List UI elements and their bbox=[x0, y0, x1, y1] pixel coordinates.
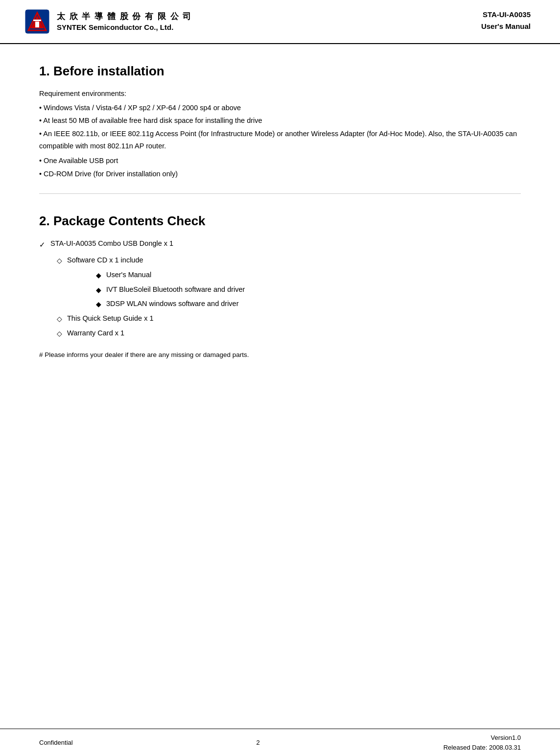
footer: Confidential 2 Version1.0 Released Date:… bbox=[0, 729, 560, 756]
check-item-1: ✓ STA-UI-A0035 Combo USB Dongle x 1 bbox=[39, 237, 521, 251]
bullet-diamond-item-3-text: 3DSP WLAN windows software and driver bbox=[106, 298, 239, 310]
header: 太 欣 半 導 體 股 份 有 限 公 司 SYNTEK Semiconduct… bbox=[0, 0, 560, 44]
footer-version-line2: Released Date: 2008.03.31 bbox=[443, 743, 521, 753]
bullet-diamond-list: ◆ User's Manual ◆ IVT BlueSoleil Bluetoo… bbox=[96, 269, 521, 310]
black-diamond-icon-3: ◆ bbox=[96, 299, 101, 310]
diamond-icon-1: ◇ bbox=[57, 255, 62, 267]
bullet-5: • CD-ROM Drive (for Driver installation … bbox=[39, 168, 521, 180]
bullet-diamond-item-2-text: IVT BlueSoleil Bluetooth software and dr… bbox=[106, 284, 245, 296]
requirement-label: Requirement environments: bbox=[39, 88, 521, 100]
bullet-diamond-item-3: ◆ 3DSP WLAN windows software and driver bbox=[96, 298, 521, 310]
logo-section: 太 欣 半 導 體 股 份 有 限 公 司 SYNTEK Semiconduct… bbox=[24, 9, 192, 34]
section2-heading: 2. Package Contents Check bbox=[39, 213, 521, 229]
check-list: ✓ STA-UI-A0035 Combo USB Dongle x 1 ◇ So… bbox=[39, 237, 521, 339]
company-name-en: SYNTEK Semiconductor Co., Ltd. bbox=[57, 22, 192, 32]
company-text: 太 欣 半 導 體 股 份 有 限 公 司 SYNTEK Semiconduct… bbox=[57, 11, 192, 33]
bullet-2: • At least 50 MB of available free hard … bbox=[39, 115, 521, 127]
product-id: STA-UI-A0035 bbox=[481, 9, 531, 21]
svg-rect-3 bbox=[33, 20, 41, 21]
diamond-item-3-text: Warranty Card x 1 bbox=[67, 327, 124, 339]
svg-rect-4 bbox=[35, 22, 39, 27]
diamond-icon-2: ◇ bbox=[57, 313, 62, 325]
diamond-item-2-text: This Quick Setup Guide x 1 bbox=[67, 312, 154, 325]
bullet-diamond-item-1-text: User's Manual bbox=[106, 269, 151, 281]
black-diamond-icon-2: ◆ bbox=[96, 284, 101, 296]
bullet-4: • One Available USB port bbox=[39, 155, 521, 167]
diamond-item-2: ◇ This Quick Setup Guide x 1 bbox=[57, 312, 521, 325]
bullet-diamond-item-1: ◆ User's Manual bbox=[96, 269, 521, 282]
diamond-list: ◇ Software CD x 1 include ◆ User's Manua… bbox=[57, 254, 521, 340]
company-name-zh: 太 欣 半 導 體 股 份 有 限 公 司 bbox=[57, 11, 192, 23]
check-item-1-text: STA-UI-A0035 Combo USB Dongle x 1 bbox=[50, 237, 173, 250]
bullet-1: • Windows Vista / Vista-64 / XP sp2 / XP… bbox=[39, 102, 521, 114]
main-content: 1. Before installation Requirement envir… bbox=[0, 44, 560, 399]
header-right: STA-UI-A0035 User's Manual bbox=[481, 9, 531, 32]
footer-version-line1: Version1.0 bbox=[443, 733, 521, 743]
diamond-icon-3: ◇ bbox=[57, 328, 62, 340]
check-icon-1: ✓ bbox=[39, 238, 46, 251]
bullet-diamond-item-2: ◆ IVT BlueSoleil Bluetooth software and … bbox=[96, 284, 521, 296]
company-logo bbox=[24, 9, 50, 34]
diamond-item-1-text: Software CD x 1 include bbox=[67, 254, 143, 266]
note-text: # Please informs your dealer if there ar… bbox=[39, 350, 521, 360]
diamond-item-1: ◇ Software CD x 1 include bbox=[57, 254, 521, 267]
page-container: 太 欣 半 導 體 股 份 有 限 公 司 SYNTEK Semiconduct… bbox=[0, 0, 560, 756]
diamond-item-3: ◇ Warranty Card x 1 bbox=[57, 327, 521, 340]
footer-version: Version1.0 Released Date: 2008.03.31 bbox=[443, 733, 521, 752]
section1-heading: 1. Before installation bbox=[39, 64, 521, 79]
footer-confidential: Confidential bbox=[39, 739, 73, 746]
section-divider-1 bbox=[39, 193, 521, 194]
manual-title-header: User's Manual bbox=[481, 21, 531, 32]
black-diamond-icon-1: ◆ bbox=[96, 270, 101, 282]
bullet-3: • An IEEE 802.11b, or IEEE 802.11g Acces… bbox=[39, 128, 521, 152]
footer-page-number: 2 bbox=[257, 739, 260, 746]
